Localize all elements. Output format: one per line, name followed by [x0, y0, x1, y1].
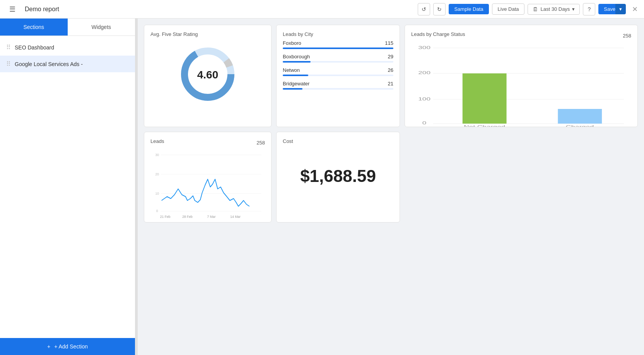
sidebar-content: ⠿ SEO Dashboard ⠿ Google Local Services …	[0, 36, 135, 338]
widget-avg-rating: Avg. Five Star Rating 4.60	[144, 25, 272, 127]
drag-handle-icon: ⠿	[6, 44, 11, 51]
avg-rating-title: Avg. Five Star Rating	[150, 31, 265, 37]
redo-icon: ↻	[437, 6, 442, 12]
svg-text:14 Mar: 14 Mar	[230, 215, 241, 219]
sidebar-item-google[interactable]: ⠿ Google Local Services Ads -	[0, 56, 135, 72]
add-section-button[interactable]: + + Add Section	[0, 338, 135, 355]
resize-bottom[interactable]	[277, 220, 400, 222]
svg-text:7 Mar: 7 Mar	[207, 215, 216, 219]
caret-icon: ▾	[572, 6, 575, 12]
tab-widgets[interactable]: Widgets	[68, 19, 135, 36]
svg-rect-11	[463, 73, 507, 124]
donut-wrapper: 4.60	[177, 43, 239, 107]
svg-text:0: 0	[156, 209, 158, 213]
svg-text:21 Feb: 21 Feb	[160, 215, 171, 219]
sidebar-tabs: Sections Widgets	[0, 19, 135, 36]
resize-right[interactable]	[269, 25, 271, 127]
resize-bottom[interactable]	[405, 124, 637, 127]
charge-status-chart: 300 200 100 0 Not Char	[411, 43, 631, 121]
resize-right[interactable]	[269, 132, 271, 222]
list-item: Boxborough 29	[283, 54, 393, 63]
close-icon: ✕	[632, 5, 638, 13]
widget-row-2: Leads 258 30 20 10 0	[144, 132, 638, 223]
save-button-group: Save ▾	[598, 4, 626, 14]
header: ☰ Demo report ↺ ↻ Sample Data Live Data …	[0, 0, 644, 19]
drag-handle-icon: ⠿	[6, 60, 11, 68]
svg-text:20: 20	[155, 172, 159, 176]
resize-bottom[interactable]	[277, 124, 400, 127]
avg-rating-value: 4.60	[197, 69, 219, 81]
leads-charge-title: Leads by Charge Status	[411, 31, 465, 37]
live-data-button[interactable]: Live Data	[492, 3, 525, 15]
resize-right[interactable]	[397, 132, 400, 222]
caret-down-icon: ▾	[619, 6, 622, 12]
svg-text:30: 30	[155, 153, 159, 157]
svg-rect-12	[558, 109, 602, 124]
resize-right[interactable]	[397, 25, 400, 127]
leads-count: 258	[256, 140, 265, 146]
undo-button[interactable]: ↺	[418, 3, 430, 15]
svg-text:100: 100	[418, 97, 430, 101]
date-range-button[interactable]: 🗓 Last 30 Days ▾	[528, 4, 580, 15]
redo-button[interactable]: ↻	[433, 3, 446, 15]
resize-bottom[interactable]	[144, 124, 271, 127]
save-caret-button[interactable]: ▾	[615, 4, 626, 14]
close-button[interactable]: ✕	[632, 5, 638, 14]
charge-bar-svg: 300 200 100 0 Not Char	[411, 43, 631, 127]
cost-title: Cost	[283, 138, 393, 144]
widget-leads: Leads 258 30 20 10 0	[144, 132, 272, 223]
sidebar: Sections Widgets ⠿ SEO Dashboard ⠿ Googl…	[0, 19, 135, 355]
menu-icon[interactable]: ☰	[6, 3, 19, 15]
svg-text:28 Feb: 28 Feb	[182, 215, 193, 219]
svg-text:10: 10	[155, 192, 159, 195]
list-item: Foxboro 115	[283, 40, 393, 49]
leads-by-city-title: Leads by City	[283, 31, 393, 37]
avg-rating-chart: 4.60	[150, 40, 265, 110]
list-item: Netwon 26	[283, 67, 393, 76]
tab-sections[interactable]: Sections	[0, 19, 68, 36]
leads-line-chart: 30 20 10 0 21 Feb 28 Feb	[150, 150, 265, 216]
widget-leads-by-city: Leads by City Foxboro 115 Boxborough 29	[276, 25, 400, 127]
widget-leads-by-charge: Leads by Charge Status 258 300 200 100 0	[405, 25, 638, 127]
widget-row-1: Avg. Five Star Rating 4.60	[144, 25, 638, 127]
cost-value: $1,688.59	[283, 147, 393, 205]
resize-bottom[interactable]	[144, 220, 271, 222]
main-content: Avg. Five Star Rating 4.60	[138, 19, 644, 355]
help-icon: ?	[588, 6, 591, 12]
sidebar-item-seo[interactable]: ⠿ SEO Dashboard	[0, 39, 135, 56]
svg-text:200: 200	[418, 71, 430, 75]
page-title: Demo report	[25, 6, 59, 13]
plus-icon: +	[47, 343, 50, 350]
calendar-icon: 🗓	[533, 6, 538, 12]
help-button[interactable]: ?	[583, 3, 595, 15]
layout: Sections Widgets ⠿ SEO Dashboard ⠿ Googl…	[0, 19, 644, 355]
resize-right[interactable]	[635, 25, 637, 127]
undo-icon: ↺	[422, 6, 426, 12]
leads-charge-total: 258	[623, 33, 631, 39]
leads-title: Leads	[150, 138, 164, 144]
sample-data-button[interactable]: Sample Data	[449, 4, 489, 14]
widget-cost: Cost $1,688.59	[276, 132, 400, 223]
list-item: Bridgewater 21	[283, 81, 393, 90]
leads-line-svg: 30 20 10 0 21 Feb 28 Feb	[150, 150, 265, 222]
save-button[interactable]: Save	[598, 4, 615, 14]
svg-text:300: 300	[418, 46, 430, 50]
